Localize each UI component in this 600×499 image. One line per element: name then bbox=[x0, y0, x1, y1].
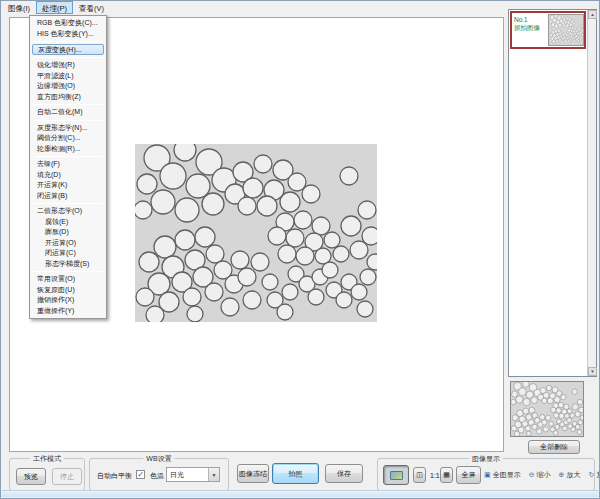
menu-item-label: 二值形态学(O) bbox=[37, 207, 82, 214]
grid-view-button[interactable]: ▦ bbox=[440, 467, 453, 483]
menu-item[interactable]: RGB 色彩变换(C)... bbox=[30, 18, 106, 29]
menu-item[interactable]: 填充(D) bbox=[30, 170, 106, 181]
menu-item-label: HIS 色彩变换(Y)... bbox=[37, 30, 94, 37]
app-window: 图像(I) 处理(P) 查看(V) RGB 色彩变换(C)... HIS 色彩变… bbox=[0, 0, 600, 499]
menu-item[interactable] bbox=[33, 120, 103, 121]
menu-item-label: 撤销操作(X) bbox=[37, 296, 74, 303]
view-options: ▣ 全图显示 ⊖ 缩小 ⊕ 放大 ↻ 复位 bbox=[484, 459, 600, 490]
preview-thumbnail[interactable] bbox=[510, 381, 584, 437]
menu-item-label: 形态学梯度(S) bbox=[45, 260, 89, 267]
menu-item-label: 填充(D) bbox=[37, 171, 61, 178]
menu-item-label: 常用设置(O) bbox=[37, 275, 75, 282]
delete-all-button[interactable]: 全部删除 bbox=[528, 440, 580, 454]
scroll-down-icon[interactable]: ▼ bbox=[588, 367, 597, 376]
view-option-label: 缩小 bbox=[537, 470, 551, 480]
auto-wb-checkbox[interactable]: ✓ bbox=[136, 470, 145, 479]
view-option[interactable]: ⊕ 放大 bbox=[559, 470, 581, 480]
process-menu-dropdown: RGB 色彩变换(C)... HIS 色彩变换(Y)... 灰度变换(H)...… bbox=[29, 15, 107, 319]
menu-item[interactable] bbox=[33, 104, 103, 105]
menu-item[interactable]: 灰度形态学(N)... bbox=[30, 123, 106, 134]
menu-item[interactable]: 轮廓检测(R)... bbox=[30, 144, 106, 155]
gallery-scrollbar[interactable]: ▲ ▼ bbox=[587, 10, 596, 376]
menu-item-label: 灰度形态学(N)... bbox=[37, 124, 88, 131]
snapshot-button[interactable]: 拍照 bbox=[272, 463, 319, 484]
live-image-icon bbox=[390, 471, 403, 480]
menu-bar-item[interactable]: 查看(V) bbox=[73, 1, 110, 14]
menu-item[interactable]: 开运算(O) bbox=[30, 238, 106, 249]
menu-item-label: 重做操作(Y) bbox=[37, 307, 74, 314]
menu-item[interactable]: 重做操作(Y) bbox=[30, 306, 106, 317]
menu-bar-item-label: 查看(V) bbox=[79, 4, 104, 13]
menu-item-label: 恢复原图(U) bbox=[37, 286, 75, 293]
color-temp-combo[interactable]: 日光 ▼ bbox=[166, 467, 220, 482]
menu-item-label: 轮廓检测(R)... bbox=[37, 145, 81, 152]
menu-item[interactable]: 二值形态学(O) bbox=[30, 206, 106, 217]
menu-item-label: 闭运算(B) bbox=[37, 192, 67, 199]
view-option-icon: ▣ bbox=[484, 471, 491, 479]
menu-item[interactable] bbox=[33, 271, 103, 272]
menu-item[interactable]: 阈值分割(C)... bbox=[30, 133, 106, 144]
menu-bar-item-label: 处理(P) bbox=[42, 4, 67, 13]
menu-item-label: 平滑滤波(L) bbox=[37, 72, 74, 79]
menu-bar-item[interactable]: 处理(P) bbox=[36, 1, 73, 14]
menu-item[interactable]: 腐蚀(E) bbox=[30, 217, 106, 228]
view-option-icon: ⊕ bbox=[559, 471, 565, 479]
menu-item[interactable]: 灰度变换(H)... bbox=[32, 44, 104, 55]
menu-item[interactable]: 直方图均衡(Z) bbox=[30, 92, 106, 103]
menu-item[interactable] bbox=[33, 156, 103, 157]
image-display-group: 图像显示 ◫ 1:1 ▴ ▾ ▦ 全屏 ▣ 全图显示 ⊖ 缩小 bbox=[377, 458, 595, 491]
menu-item[interactable]: 开运算(K) bbox=[30, 180, 106, 191]
menu-item-label: 去噪(F) bbox=[37, 160, 60, 167]
gallery-item-title: 抓拍图像 bbox=[514, 24, 548, 32]
menu-item[interactable] bbox=[33, 41, 103, 42]
menu-bar-item-label: 图像(I) bbox=[8, 4, 30, 13]
menu-item[interactable]: 去噪(F) bbox=[30, 159, 106, 170]
gallery-item-number: No.1 bbox=[514, 16, 548, 24]
menu-item[interactable]: 边缘增强(O) bbox=[30, 81, 106, 92]
menu-item[interactable] bbox=[33, 57, 103, 58]
view-option[interactable]: ↻ 复位 bbox=[588, 470, 600, 480]
save-button[interactable]: 保存 bbox=[325, 464, 363, 483]
view-option[interactable]: ⊖ 缩小 bbox=[529, 470, 551, 480]
freeze-image-button[interactable]: 图像冻结 bbox=[237, 464, 269, 483]
menu-item-label: 膨胀(D) bbox=[45, 228, 69, 235]
menu-item[interactable]: 形态学梯度(S) bbox=[30, 259, 106, 270]
color-temp-value: 日光 bbox=[167, 470, 208, 480]
menu-item[interactable]: 膨胀(D) bbox=[30, 227, 106, 238]
menu-bar-item[interactable]: 图像(I) bbox=[2, 1, 36, 14]
color-temp-label: 色温 bbox=[150, 471, 164, 481]
menu-item[interactable]: 平滑滤波(L) bbox=[30, 71, 106, 82]
menu-item[interactable]: HIS 色彩变换(Y)... bbox=[30, 29, 106, 40]
gallery-item-thumbnail[interactable] bbox=[548, 14, 584, 46]
view-option-label: 全图显示 bbox=[493, 470, 521, 480]
work-mode-group-title: 工作模式 bbox=[30, 454, 64, 464]
preview-button[interactable]: 预览 bbox=[16, 468, 46, 485]
menu-item-label: RGB 色彩变换(C)... bbox=[37, 19, 98, 26]
fullscreen-button[interactable]: 全屏 bbox=[456, 466, 481, 484]
scroll-up-icon[interactable]: ▲ bbox=[588, 10, 597, 19]
pause-view-button[interactable]: ◫ bbox=[413, 467, 426, 483]
menu-item-label: 边缘增强(O) bbox=[37, 82, 75, 89]
white-balance-group-title: WB设置 bbox=[143, 454, 174, 464]
menu-item-label: 自动二值化(M) bbox=[37, 108, 83, 115]
menu-item[interactable]: 撤销操作(X) bbox=[30, 295, 106, 306]
white-balance-group: WB设置 自动白平衡 ✓ 色温 日光 ▼ bbox=[89, 458, 229, 491]
view-option-icon: ↻ bbox=[588, 471, 594, 479]
menu-item[interactable]: 锐化增强(R) bbox=[30, 60, 106, 71]
menu-item[interactable]: 恢复原图(U) bbox=[30, 285, 106, 296]
menu-item[interactable]: 常用设置(O) bbox=[30, 274, 106, 285]
gallery-item-selected[interactable]: No.1 抓拍图像 bbox=[510, 11, 586, 49]
menu-item[interactable]: 闭运算(C) bbox=[30, 248, 106, 259]
menu-item-label: 腐蚀(E) bbox=[45, 218, 68, 225]
work-mode-group: 工作模式 预览 停止 bbox=[9, 458, 85, 491]
view-option[interactable]: ▣ 全图显示 bbox=[484, 470, 521, 480]
gallery-item-caption: No.1 抓拍图像 bbox=[512, 13, 548, 47]
live-view-button[interactable] bbox=[383, 465, 409, 485]
window-bottom-border bbox=[2, 490, 598, 497]
chevron-down-icon[interactable]: ▼ bbox=[208, 468, 219, 481]
view-option-label: 放大 bbox=[566, 470, 580, 480]
stop-button[interactable]: 停止 bbox=[52, 468, 82, 485]
menu-item[interactable] bbox=[33, 203, 103, 204]
menu-item[interactable]: 闭运算(B) bbox=[30, 191, 106, 202]
menu-item[interactable]: 自动二值化(M) bbox=[30, 107, 106, 118]
